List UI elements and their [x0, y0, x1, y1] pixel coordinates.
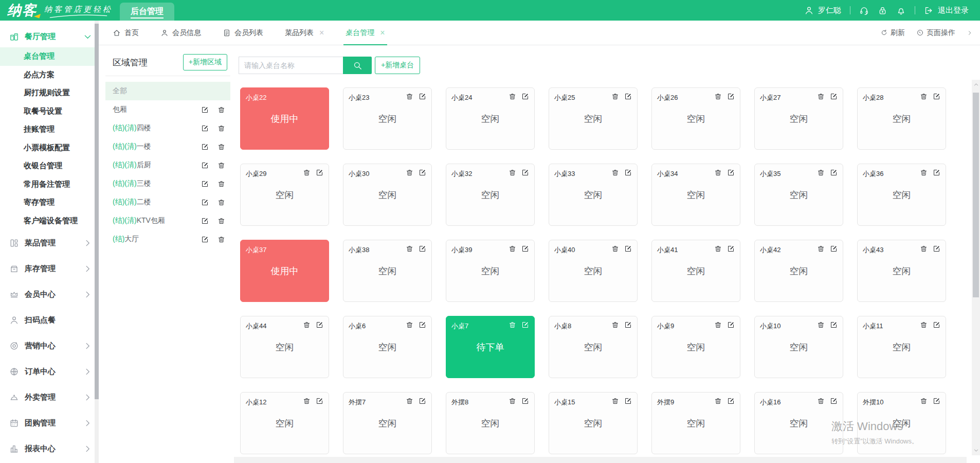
edit-table-button[interactable]	[830, 169, 838, 176]
scroll-down-arrow[interactable]	[973, 448, 979, 453]
area-row[interactable]: (结)(清)KTV包厢	[105, 211, 230, 230]
edit-area-button[interactable]	[201, 180, 209, 188]
area-row[interactable]: (结)(清)二楼	[105, 193, 230, 211]
tab-member-list[interactable]: 会员列表	[223, 21, 263, 45]
edit-table-button[interactable]	[933, 169, 940, 176]
delete-table-button[interactable]	[303, 321, 311, 329]
sidebar-scrollbar-thumb[interactable]	[95, 24, 99, 399]
sidebar-item-kitchen-print-rules[interactable]: 厨打规则设置	[0, 84, 99, 102]
edit-table-button[interactable]	[727, 397, 735, 405]
delete-area-button[interactable]	[217, 143, 225, 151]
table-card[interactable]: 小桌23空闲	[343, 87, 432, 150]
delete-table-button[interactable]	[611, 245, 619, 253]
refresh-button[interactable]: 刷新	[880, 28, 905, 38]
edit-table-button[interactable]	[419, 321, 426, 329]
edit-area-button[interactable]	[201, 199, 209, 206]
edit-table-button[interactable]	[624, 169, 632, 176]
area-row-all[interactable]: 全部	[105, 82, 230, 100]
chevron-right-icon[interactable]	[967, 30, 973, 36]
table-card[interactable]: 小桌10空闲	[754, 316, 843, 378]
sidebar-item-pickup-number[interactable]: 取餐号设置	[0, 102, 99, 121]
sidebar-group-inventory[interactable]: 库存管理	[0, 256, 99, 281]
table-card[interactable]: 小桌33空闲	[549, 164, 638, 226]
delete-area-button[interactable]	[217, 180, 225, 188]
delete-table-button[interactable]	[920, 93, 928, 100]
nav-tab-backend[interactable]: 后台管理	[120, 3, 174, 21]
sidebar-item-credit[interactable]: 挂账管理	[0, 120, 99, 139]
tab-dish-list[interactable]: 菜品列表×	[285, 21, 324, 45]
table-card[interactable]: 外摆9空闲	[651, 392, 740, 454]
edit-table-button[interactable]	[419, 93, 426, 100]
edit-area-button[interactable]	[201, 106, 209, 114]
table-card[interactable]: 小桌40空闲	[549, 240, 638, 302]
sidebar-group-takeout[interactable]: 外卖管理	[0, 384, 99, 410]
sidebar-group-dishes[interactable]: 菜品管理	[0, 230, 99, 256]
delete-table-button[interactable]	[920, 245, 928, 253]
table-card[interactable]: 小桌42空闲	[754, 240, 843, 302]
delete-table-button[interactable]	[920, 397, 928, 405]
delete-table-button[interactable]	[920, 169, 928, 176]
delete-table-button[interactable]	[611, 93, 619, 100]
table-card[interactable]: 小桌37使用中	[240, 240, 329, 302]
table-card[interactable]: 小桌35空闲	[754, 164, 843, 226]
delete-table-button[interactable]	[714, 245, 722, 253]
table-card[interactable]: 小桌7待下单	[446, 316, 535, 378]
sidebar-item-client-devices[interactable]: 客户端设备管理	[0, 212, 99, 230]
sidebar-group-restaurant[interactable]: 餐厅管理	[0, 26, 99, 47]
page-ops-button[interactable]: 页面操作	[916, 28, 955, 38]
add-table-button[interactable]: +新增桌台	[375, 57, 420, 74]
delete-area-button[interactable]	[217, 124, 225, 132]
edit-table-button[interactable]	[830, 397, 838, 405]
sidebar-group-members[interactable]: 会员中心	[0, 281, 99, 307]
table-card[interactable]: 小桌27空闲	[754, 87, 843, 150]
sidebar-item-receipt-template[interactable]: 小票模板配置	[0, 139, 99, 157]
delete-table-button[interactable]	[406, 397, 413, 405]
table-card[interactable]: 小桌32空闲	[446, 164, 535, 226]
table-card[interactable]: 小桌43空闲	[857, 240, 946, 302]
edit-table-button[interactable]	[933, 245, 940, 253]
edit-area-button[interactable]	[201, 124, 209, 132]
area-row[interactable]: (结)(清)后厨	[105, 156, 230, 174]
edit-table-button[interactable]	[316, 321, 323, 329]
delete-table-button[interactable]	[714, 397, 722, 405]
table-card[interactable]: 小桌39空闲	[446, 240, 535, 302]
horizontal-scrollbar[interactable]	[234, 457, 967, 463]
delete-table-button[interactable]	[817, 321, 825, 329]
edit-table-button[interactable]	[933, 321, 940, 329]
edit-table-button[interactable]	[521, 93, 529, 100]
edit-area-button[interactable]	[201, 217, 209, 225]
table-card[interactable]: 小桌12空闲	[240, 392, 329, 454]
delete-area-button[interactable]	[217, 217, 225, 225]
table-card[interactable]: 外摆8空闲	[446, 392, 535, 454]
edit-table-button[interactable]	[316, 397, 323, 405]
edit-table-button[interactable]	[624, 321, 632, 329]
edit-table-button[interactable]	[316, 169, 323, 176]
table-card[interactable]: 小桌9空闲	[651, 316, 740, 378]
tab-table-management[interactable]: 桌台管理×	[346, 21, 385, 45]
table-card[interactable]: 小桌15空闲	[549, 392, 638, 454]
tab-member-info[interactable]: 会员信息	[160, 21, 201, 45]
edit-table-button[interactable]	[521, 169, 529, 176]
table-card[interactable]: 小桌26空闲	[651, 87, 740, 150]
edit-table-button[interactable]	[521, 397, 529, 405]
close-icon[interactable]: ×	[380, 29, 385, 37]
delete-table-button[interactable]	[817, 169, 825, 176]
sidebar-group-groupbuy[interactable]: 团购管理	[0, 410, 99, 436]
edit-area-button[interactable]	[201, 236, 209, 243]
vertical-scrollbar-thumb[interactable]	[973, 93, 979, 297]
delete-table-button[interactable]	[714, 321, 722, 329]
table-card[interactable]: 小桌30空闲	[343, 164, 432, 226]
delete-table-button[interactable]	[406, 245, 413, 253]
tab-home[interactable]: 首页	[113, 21, 139, 45]
table-card[interactable]: 外摆10空闲	[857, 392, 946, 454]
search-input[interactable]	[239, 57, 343, 74]
sidebar-group-marketing[interactable]: 营销中心	[0, 333, 99, 359]
edit-table-button[interactable]	[521, 245, 529, 253]
edit-table-button[interactable]	[830, 245, 838, 253]
edit-area-button[interactable]	[201, 162, 209, 169]
edit-table-button[interactable]	[727, 245, 735, 253]
edit-table-button[interactable]	[830, 321, 838, 329]
delete-area-button[interactable]	[217, 236, 225, 243]
sidebar-group-orders[interactable]: 订单中心	[0, 359, 99, 384]
edit-table-button[interactable]	[419, 245, 426, 253]
